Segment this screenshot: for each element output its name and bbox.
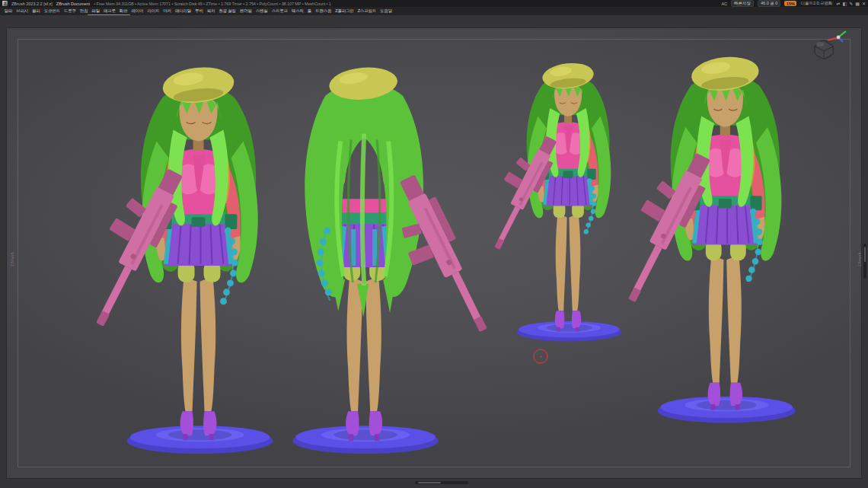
zbrush-logo-icon: Z [2, 1, 8, 6]
palette-icon[interactable]: ◧ [843, 1, 847, 6]
menu-item[interactable]: 파일 [90, 8, 102, 14]
menu-item[interactable]: 편집 [78, 8, 90, 14]
model-view-front[interactable] [69, 64, 273, 454]
menu-item[interactable]: 매터리얼 [173, 8, 193, 14]
menu-item[interactable]: 스텐실 [254, 8, 270, 14]
axis-gizmo[interactable] [828, 31, 846, 42]
menu-bar: 알파브러시컬러도큐먼트드로우편집파일매크로화면레이어라이트마커매터리얼무비픽커환… [0, 7, 868, 15]
status-readout: • Free Mem 34,311GB • Active Mem 17071 •… [94, 2, 331, 6]
canvas-hscrollbar[interactable] [415, 481, 468, 484]
menu-item[interactable]: 드로우 [62, 8, 78, 14]
sculpt-canvas[interactable] [6, 27, 862, 479]
menu-item[interactable]: 픽커 [205, 8, 217, 14]
title-bar: Z ZBrush 2023.2.2 [sf.z] ZBrush Document… [0, 0, 868, 7]
menu-item[interactable]: 무비 [193, 8, 206, 14]
menu-item[interactable]: 텍스처 [289, 8, 305, 14]
menu-item[interactable]: 마커 [161, 8, 174, 14]
quicksave-button[interactable]: 빠른저장 [731, 0, 754, 7]
menu-item[interactable]: 환경 설정 [217, 8, 238, 14]
counter-readout: 46.0 옹 0 [758, 0, 780, 7]
side-watermark-right: ZBrush [857, 252, 862, 266]
menu-item[interactable]: 도움말 [378, 8, 394, 14]
menu-item[interactable]: 도큐먼트 [42, 8, 62, 14]
menu-item[interactable]: 레이어 [129, 8, 145, 14]
pencil-icon[interactable]: ✎ [849, 1, 853, 6]
menu-item[interactable]: Z플러그인 [333, 8, 356, 14]
menu-item[interactable]: 라이트 [145, 8, 161, 14]
percent-badge: 15% [784, 1, 796, 6]
swap-icon[interactable]: ⇄ [837, 1, 841, 6]
close-icon[interactable]: ✕ [862, 1, 866, 6]
model-view-back[interactable] [292, 65, 497, 454]
app-title: ZBrush 2023.2.2 [sf.z] [11, 2, 53, 6]
menu-item[interactable]: 매크로 [101, 8, 117, 14]
menu-item[interactable]: 툴 [305, 8, 313, 14]
menu-item[interactable]: 알파 [2, 8, 14, 14]
menu-item[interactable]: Z스크립트 [356, 8, 378, 14]
model-view-three-quarter-small[interactable] [474, 61, 621, 342]
menu-item[interactable]: 트랜스폼 [314, 8, 333, 14]
material-name: 디폴트2.0.크맵화 [800, 1, 832, 6]
model-view-three-quarter-large[interactable] [602, 54, 796, 423]
ac-indicator: AC [721, 2, 727, 6]
workspace: ZBrush ZBrush [0, 15, 868, 488]
side-watermark-left: ZBrush [10, 252, 14, 266]
menu-item[interactable]: 스트로크 [270, 8, 289, 14]
nav-sphere-widget[interactable] [814, 40, 834, 59]
menu-item[interactable]: 브러시 [14, 8, 30, 14]
menu-item[interactable]: 화면 [117, 8, 129, 14]
menu-item[interactable]: 렌더링 [238, 8, 254, 14]
canvas-vscrollbar[interactable] [863, 244, 866, 279]
document-title: ZBrush Document [56, 2, 90, 6]
grid-icon[interactable]: ▦ [855, 1, 860, 6]
canvas-render [7, 28, 861, 478]
menu-item[interactable]: 컬러 [30, 8, 43, 14]
